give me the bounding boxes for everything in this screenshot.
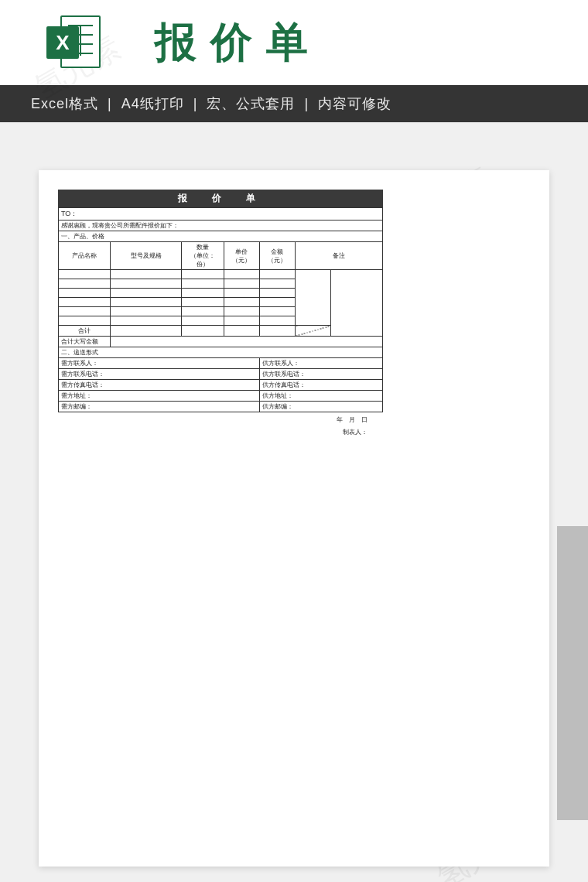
table-cell [59,307,111,316]
table-cell [59,279,111,289]
separator: | [305,96,309,111]
to-label: TO： [59,208,383,220]
diagonal-cell [295,326,330,337]
separator: | [193,96,198,111]
table-cell [59,316,111,326]
table-cell [182,298,224,307]
quotation-document: 报 价 单 TO： 感谢惠顾，现将贵公司所需配件报价如下： 一、产品、价格 产品… [58,190,383,437]
side-accent-bar [557,526,588,820]
feature-item: Excel格式 [31,96,98,111]
table-cell [59,270,111,279]
table-cell [182,289,224,298]
table-cell [259,307,295,316]
excel-icon: X [46,15,101,70]
contact-left: 需方联系电话： [59,369,260,380]
contact-right: 供方邮编： [259,402,382,412]
table-cell [111,270,182,279]
contact-left: 需方传真电话： [59,380,260,391]
total-cn-label: 合计大写金额 [59,337,111,347]
table-cell [111,289,182,298]
table-cell [224,279,259,289]
table-cell [111,326,182,337]
col-price: 单价 （元） [224,242,259,270]
table-cell [224,307,259,316]
feature-item: A4纸打印 [121,96,184,111]
subtotal-label: 合计 [59,326,111,337]
table-cell [224,298,259,307]
section-heading: 一、产品、价格 [59,231,383,242]
table-cell [259,289,295,298]
contact-right: 供方传真电话： [259,380,382,391]
doc-title: 报 价 单 [58,190,383,207]
table-cell [224,326,259,337]
table-cell [224,289,259,298]
table-cell [182,307,224,316]
contact-left: 需方地址： [59,391,260,402]
header: X 报价单 [0,0,588,85]
table-cell [182,279,224,289]
table-cell [224,316,259,326]
contact-right: 供方联系电话： [259,369,382,380]
table-cell [259,279,295,289]
table-cell [111,298,182,307]
table-cell [111,316,182,326]
footer-signature: 制表人： [58,425,383,437]
table-cell [295,270,330,326]
section-heading: 二、递送形式 [59,347,383,358]
table-cell [224,270,259,279]
table-cell [259,298,295,307]
col-model: 型号及规格 [111,242,182,270]
contact-right: 供方地址： [259,391,382,402]
table-cell [111,279,182,289]
table-cell [259,316,295,326]
document-preview: 报 价 单 TO： 感谢惠顾，现将贵公司所需配件报价如下： 一、产品、价格 产品… [39,170,549,867]
contact-left: 需方邮编： [59,402,260,412]
feature-band: Excel格式 | A4纸打印 | 宏、公式套用 | 内容可修改 [0,85,588,122]
table-cell [182,326,224,337]
contact-left: 需方联系人： [59,358,260,369]
table-cell [182,270,224,279]
table-cell [111,337,383,347]
table-cell [259,270,295,279]
table-cell [111,307,182,316]
feature-item: 宏、公式套用 [207,96,295,111]
table-cell [259,326,295,337]
quotation-table: TO： 感谢惠顾，现将贵公司所需配件报价如下： 一、产品、价格 产品名称 型号及… [58,207,383,412]
page-title: 报价单 [155,15,322,71]
excel-icon-letter: X [46,26,79,59]
table-cell [330,270,382,337]
table-cell [59,289,111,298]
footer-date: 年 月 日 [58,412,383,425]
col-amount: 金额 （元） [259,242,295,270]
feature-item: 内容可修改 [318,96,391,111]
table-cell [182,316,224,326]
separator: | [108,96,112,111]
intro-text: 感谢惠顾，现将贵公司所需配件报价如下： [59,220,383,231]
contact-right: 供方联系人： [259,358,382,369]
col-remark: 备注 [295,242,382,270]
col-qty: 数量 （单位：份） [182,242,224,270]
col-product: 产品名称 [59,242,111,270]
table-cell [59,298,111,307]
